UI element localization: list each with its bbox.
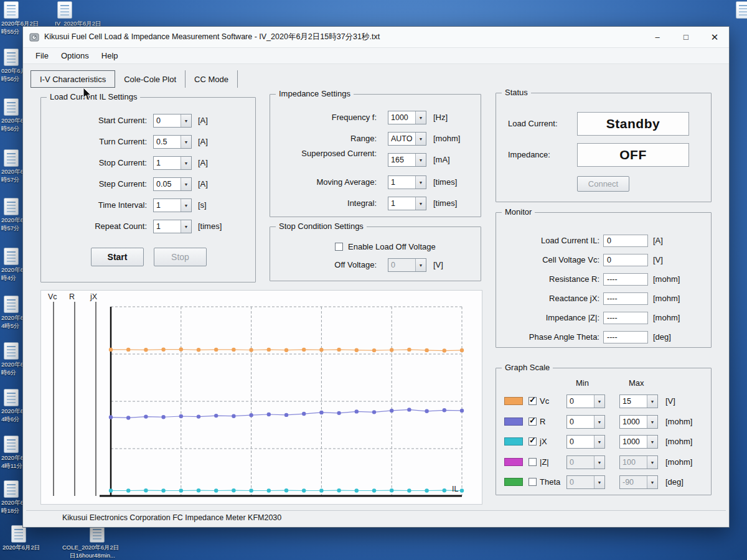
menu-bar: File Options Help xyxy=(23,48,729,64)
group-title: Stop Condition Settings xyxy=(276,222,367,231)
monitor-reactance-value: ---- xyxy=(603,292,648,305)
jx-min-select[interactable]: 0▼ xyxy=(566,435,605,449)
impedance-status-value: OFF xyxy=(577,143,689,167)
start-current-label: Start Current: xyxy=(47,114,147,128)
step-current-unit: [A] xyxy=(198,177,208,191)
min-column-header: Min xyxy=(576,378,589,388)
r-min-select[interactable]: 0▼ xyxy=(566,415,605,429)
start-current-select[interactable]: 0▼ xyxy=(153,114,192,128)
group-title: Impedance Settings xyxy=(276,89,354,98)
monitor-load-current-value: 0 xyxy=(603,235,648,247)
monitor-resistance-unit: [mohm] xyxy=(653,273,680,286)
monitor-impedance-value: ---- xyxy=(603,312,648,324)
integral-unit: [times] xyxy=(433,197,457,210)
turn-current-select[interactable]: 0.5▼ xyxy=(153,135,192,149)
svg-text:jX: jX xyxy=(90,292,98,301)
file-icon xyxy=(90,525,105,543)
step-current-select[interactable]: 0.05▼ xyxy=(153,177,192,191)
group-title: Monitor xyxy=(502,207,535,217)
chevron-down-icon: ▼ xyxy=(415,133,426,145)
window-title: Kikusui Fuel Cell Load & Impedance Measu… xyxy=(44,32,380,42)
monitor-cell-voltage-label: Cell Voltage Vc: xyxy=(499,253,599,267)
start-button[interactable]: Start xyxy=(91,248,144,266)
chevron-down-icon: ▼ xyxy=(415,154,426,166)
enable-load-off-voltage-label: Enable Load Off Voltage xyxy=(348,240,436,254)
r-min-value: 0 xyxy=(567,416,594,428)
tab-cole-cole-plot[interactable]: Cole-Cole Plot xyxy=(115,70,186,88)
connect-button[interactable]: Connect xyxy=(577,176,629,192)
monitor-resistance-label: Resistance R: xyxy=(499,273,599,286)
menu-options[interactable]: Options xyxy=(55,51,95,60)
monitor-phase-angle-value: ---- xyxy=(603,331,648,343)
vc-max-select[interactable]: 15▼ xyxy=(619,394,658,408)
z-unit: [mohm] xyxy=(665,455,692,469)
maximize-icon[interactable]: □ xyxy=(672,27,700,47)
stop-current-label: Stop Current: xyxy=(47,156,147,170)
moving-average-select[interactable]: 1▼ xyxy=(388,175,426,189)
desktop-icon[interactable]: 2020年6月2日 xyxy=(9,525,61,551)
z-min-select[interactable]: 0▼ xyxy=(566,455,605,469)
time-interval-select[interactable]: 1▼ xyxy=(153,198,192,212)
r-label: R xyxy=(540,415,545,429)
z-max-select[interactable]: 100▼ xyxy=(619,455,658,469)
load-current-status-label: Load Current: xyxy=(508,117,558,131)
theta-checkbox[interactable] xyxy=(529,478,537,486)
range-unit: [mohm] xyxy=(433,132,460,146)
title-bar: Kikusui Fuel Cell Load & Impedance Measu… xyxy=(23,27,729,48)
frequency-select[interactable]: 1000▼ xyxy=(388,111,426,124)
vc-checkbox[interactable] xyxy=(529,397,537,405)
vc-unit: [V] xyxy=(665,394,675,408)
status-bar-text: Kikusui Electronics Corporation FC Imped… xyxy=(62,513,281,522)
iv-characteristics-chart: VcRjXIL xyxy=(40,290,482,505)
chevron-down-icon: ▼ xyxy=(181,136,191,148)
superposed-current-select[interactable]: 165▼ xyxy=(388,153,426,167)
tab-cc-mode[interactable]: CC Mode xyxy=(186,70,238,88)
menu-file[interactable]: File xyxy=(29,51,55,60)
monitor-cell-voltage-unit: [V] xyxy=(653,253,663,267)
jx-max-select[interactable]: 1000▼ xyxy=(619,435,658,449)
step-current-value: 0.05 xyxy=(154,178,181,190)
load-current-status-value: Standby xyxy=(577,112,689,136)
tab-iv-characteristics[interactable]: I-V Characteristics xyxy=(31,70,115,88)
menu-help[interactable]: Help xyxy=(95,51,125,60)
theta-max-select[interactable]: -90▼ xyxy=(619,475,658,489)
r-max-select[interactable]: 1000▼ xyxy=(619,415,658,429)
monitor-impedance-label: Impedance |Z|: xyxy=(499,311,599,325)
repeat-count-select[interactable]: 1▼ xyxy=(153,220,192,233)
tab-strip: I-V Characteristics Cole-Cole Plot CC Mo… xyxy=(31,70,238,88)
off-voltage-select[interactable]: 0▼ xyxy=(388,258,426,272)
chevron-down-icon: ▼ xyxy=(594,456,604,469)
desktop-icon[interactable]: IV_2020年6月2日 xyxy=(55,1,107,27)
chevron-down-icon: ▼ xyxy=(181,199,191,212)
monitor-load-current-unit: [A] xyxy=(653,234,663,248)
file-icon xyxy=(4,1,19,19)
jx-min-value: 0 xyxy=(567,436,594,448)
r-checkbox[interactable] xyxy=(529,418,537,426)
minimize-icon[interactable]: – xyxy=(643,27,672,47)
z-checkbox[interactable] xyxy=(529,458,537,466)
theta-max-value: -90 xyxy=(620,476,647,488)
close-icon[interactable]: ✕ xyxy=(700,27,729,47)
monitor-reactance-unit: [mohm] xyxy=(653,292,680,306)
moving-average-unit: [times] xyxy=(433,175,457,189)
vc-min-select[interactable]: 0▼ xyxy=(566,394,605,408)
range-select[interactable]: AUTO▼ xyxy=(388,132,426,146)
jx-checkbox[interactable] xyxy=(529,437,537,446)
vc-max-value: 15 xyxy=(620,395,647,408)
chevron-down-icon: ▼ xyxy=(415,259,426,271)
desktop-icon[interactable]: COLE_2020年6月2日 日16hour48min... xyxy=(87,525,162,559)
group-title: Load Current IL Settings xyxy=(47,92,140,101)
frequency-unit: [Hz] xyxy=(433,111,448,124)
stop-button[interactable]: Stop xyxy=(154,248,207,266)
theta-color-swatch xyxy=(504,478,523,486)
z-max-value: 100 xyxy=(620,456,647,469)
stop-current-select[interactable]: 1▼ xyxy=(153,156,192,170)
enable-load-off-voltage-checkbox[interactable] xyxy=(335,243,343,251)
svg-text:R: R xyxy=(69,292,75,301)
theta-label: Theta xyxy=(540,475,560,489)
desktop-icon[interactable] xyxy=(733,1,747,19)
theta-min-select[interactable]: 0▼ xyxy=(566,475,605,489)
integral-select[interactable]: 1▼ xyxy=(388,197,426,210)
group-title: Status xyxy=(502,88,531,97)
svg-text:Vc: Vc xyxy=(48,292,57,301)
